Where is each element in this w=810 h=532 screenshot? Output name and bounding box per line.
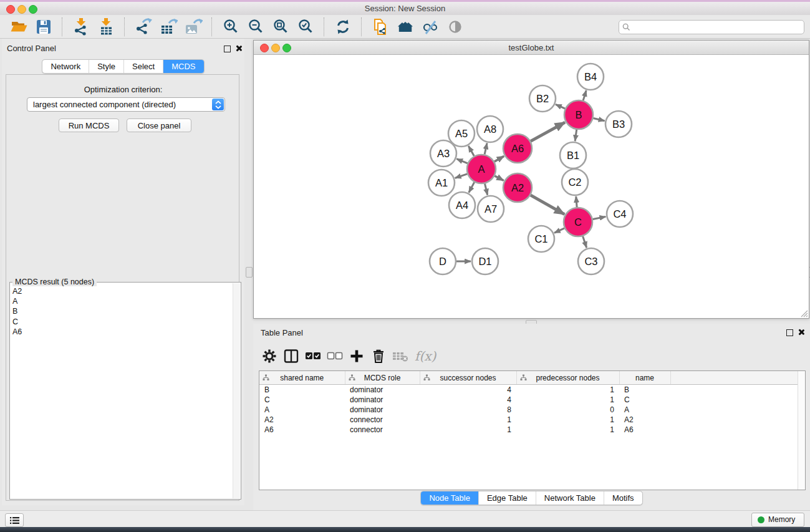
delete-table-icon[interactable] [391,347,410,365]
search-input[interactable] [633,21,800,33]
table-cell[interactable]: 4 [420,385,516,395]
graph-edge-C-C4[interactable] [593,216,606,219]
graph-edge-A-A4[interactable] [469,182,475,193]
table-cell[interactable]: 8 [420,405,516,415]
gear-icon[interactable] [260,347,279,365]
function-builder-icon[interactable]: f(x) [415,349,436,364]
table-row[interactable]: Adominator80A [259,405,805,415]
table-cell[interactable]: connector [345,425,420,435]
mcds-result-item[interactable]: A6 [12,327,22,337]
table-row[interactable]: Bdominator41B [259,385,805,395]
graph-edge-B-B1[interactable] [575,130,577,141]
graph-edge-C-C1[interactable] [554,228,564,233]
table-cell[interactable]: B [259,385,345,395]
close-panel-icon[interactable] [798,329,804,336]
tab-mcds[interactable]: MCDS [163,60,203,73]
table-cell[interactable]: dominator [345,395,420,405]
graph-edge-A-A6[interactable] [494,156,504,162]
float-panel-icon[interactable] [224,46,231,52]
table-cell[interactable]: A2 [619,415,670,425]
tab-edge-table[interactable]: Edge Table [478,491,536,505]
columns-icon[interactable] [282,347,301,365]
hide-glasses-icon[interactable] [420,17,441,37]
show-eye-icon[interactable] [445,17,466,37]
criterion-dropdown[interactable]: largest connected component (directed) [27,97,225,112]
table-cell[interactable]: C [619,395,670,405]
export-image-icon[interactable] [183,17,204,37]
graph-edge-B-B3[interactable] [593,118,604,120]
paste-network-icon[interactable] [370,17,391,37]
home-icon[interactable] [395,17,416,37]
table-cell[interactable]: 0 [516,405,619,415]
open-session-icon[interactable] [8,17,29,37]
zoom-out-icon[interactable] [245,17,266,37]
table-cell[interactable]: 1 [420,425,516,435]
graph-edge-A-A1[interactable] [455,174,468,178]
zoom-selected-icon[interactable] [295,17,316,37]
graph-edge-A-A2[interactable] [494,176,503,180]
save-session-icon[interactable] [33,17,54,37]
column-header-shared-name[interactable]: shared name [259,371,345,385]
import-table-icon[interactable] [95,17,117,37]
resize-grip-icon[interactable] [801,310,808,317]
close-panel-button[interactable]: Close panel [127,118,191,132]
table-row[interactable]: A6connector11A6 [259,425,805,435]
table-cell[interactable]: connector [345,415,420,425]
mcds-result-item[interactable]: A2 [12,286,22,296]
network-canvas[interactable]: B4B2BB3B1A5A8A6A3AA1C2A4A7A2CC4C1C3DD1 [254,55,809,318]
memory-button[interactable]: Memory [751,513,804,527]
table-cell[interactable]: A2 [259,415,345,425]
tab-style[interactable]: Style [89,60,123,73]
add-row-icon[interactable] [347,347,366,365]
graph-edge-A-A8[interactable] [485,143,487,154]
refresh-layout-icon[interactable] [332,17,354,37]
mcds-scrollbar[interactable] [233,283,240,498]
table-row[interactable]: Cdominator41C [259,395,805,405]
mcds-result-item[interactable]: B [12,306,22,316]
export-table-icon[interactable] [158,17,179,37]
column-header-name[interactable]: name [619,371,670,385]
export-network-icon[interactable] [133,17,154,37]
graph-edge-B-B2[interactable] [556,104,565,109]
table-cell[interactable]: A6 [259,425,345,435]
task-history-button[interactable] [5,513,24,527]
graph-edge-C-C2[interactable] [576,196,577,207]
run-mcds-button[interactable]: Run MCDS [59,118,119,132]
column-header-successor-nodes[interactable]: successor nodes [420,371,516,385]
table-cell[interactable]: A [259,405,345,415]
close-panel-icon[interactable] [235,45,242,52]
table-cell[interactable]: dominator [345,385,420,395]
graph-edge-A-A3[interactable] [456,159,468,163]
zoom-in-icon[interactable] [220,17,241,37]
left-splitter-grip[interactable] [246,267,253,278]
select-all-icon[interactable] [304,347,322,365]
graph-edge-A-A7[interactable] [485,183,487,195]
table-cell[interactable]: C [259,395,345,405]
table-cell[interactable]: 1 [516,385,619,395]
tab-node-table[interactable]: Node Table [421,491,478,505]
graph-edge-A2-C[interactable] [531,195,564,215]
table-cell[interactable]: A [619,405,670,415]
tab-motifs[interactable]: Motifs [604,491,642,505]
column-header-predecessor-nodes[interactable]: predecessor nodes [516,371,619,385]
graph-edge-A6-B[interactable] [531,122,565,141]
delete-row-icon[interactable] [369,347,388,365]
graph-edge-A-A5[interactable] [468,146,474,156]
table-cell[interactable]: 1 [516,415,619,425]
import-network-icon[interactable] [70,17,92,37]
tab-network[interactable]: Network [42,60,89,73]
table-cell[interactable]: 1 [516,395,619,405]
deselect-all-icon[interactable] [325,347,344,365]
tab-network-table[interactable]: Network Table [536,491,604,505]
zoom-fit-icon[interactable] [270,17,291,37]
column-header-MCDS-role[interactable]: MCDS role [345,371,420,385]
tab-select[interactable]: Select [123,60,163,73]
table-cell[interactable]: 4 [420,395,516,405]
mcds-result-item[interactable]: A [12,296,22,306]
graph-edge-B-B4[interactable] [583,90,586,100]
table-scrollbar[interactable] [798,371,805,490]
table-cell[interactable]: B [619,385,670,395]
table-cell[interactable]: 1 [420,415,516,425]
float-panel-icon[interactable] [786,329,793,336]
graph-edge-C-C3[interactable] [583,236,587,248]
